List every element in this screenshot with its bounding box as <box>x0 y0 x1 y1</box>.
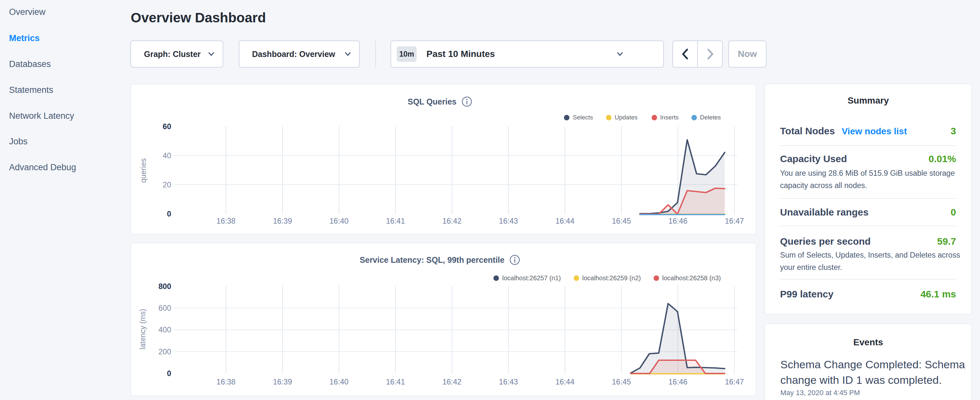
svg-text:16:47: 16:47 <box>725 378 744 386</box>
svg-text:16:40: 16:40 <box>329 378 348 386</box>
svg-text:16:41: 16:41 <box>386 217 405 225</box>
svg-text:16:39: 16:39 <box>273 378 292 386</box>
svg-text:16:39: 16:39 <box>273 217 292 225</box>
svg-text:16:47: 16:47 <box>725 217 744 225</box>
svg-text:40: 40 <box>163 151 171 160</box>
svg-text:0: 0 <box>167 369 171 378</box>
svg-text:latency (ms): latency (ms) <box>138 309 147 349</box>
svg-text:0: 0 <box>167 210 171 218</box>
svg-text:16:46: 16:46 <box>668 217 687 225</box>
svg-text:16:45: 16:45 <box>612 378 631 386</box>
svg-text:400: 400 <box>159 325 171 334</box>
svg-text:16:44: 16:44 <box>555 217 574 225</box>
svg-text:16:38: 16:38 <box>216 217 235 225</box>
svg-text:16:43: 16:43 <box>499 217 518 225</box>
svg-text:queries: queries <box>139 158 148 183</box>
svg-text:16:42: 16:42 <box>442 217 461 225</box>
svg-text:800: 800 <box>159 282 171 291</box>
svg-text:16:43: 16:43 <box>499 378 518 386</box>
svg-text:16:41: 16:41 <box>386 378 405 386</box>
svg-text:16:45: 16:45 <box>612 217 631 225</box>
svg-text:600: 600 <box>159 304 171 312</box>
svg-text:200: 200 <box>159 347 171 356</box>
svg-text:16:38: 16:38 <box>216 378 235 386</box>
svg-text:20: 20 <box>163 180 171 189</box>
svg-text:16:42: 16:42 <box>442 378 461 386</box>
svg-text:16:44: 16:44 <box>555 378 574 386</box>
svg-text:16:40: 16:40 <box>329 217 348 225</box>
svg-text:16:46: 16:46 <box>668 378 687 386</box>
svg-text:60: 60 <box>163 122 171 131</box>
